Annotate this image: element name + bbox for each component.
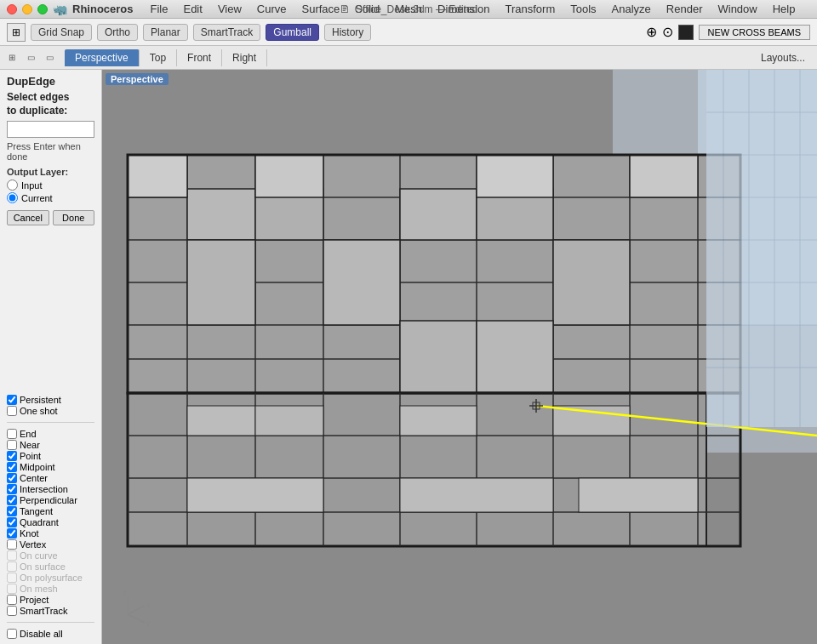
svg-rect-50	[579, 478, 698, 512]
output-layer-radio: Input Current	[7, 180, 94, 203]
svg-rect-28	[255, 155, 323, 197]
toolbar: ⊞ Grid Snap Ortho Planar SmartTrack Gumb…	[0, 19, 817, 46]
panel-subtitle: Select edgesto duplicate:	[7, 91, 94, 117]
viewport[interactable]: Perspective	[102, 70, 817, 644]
svg-rect-24	[553, 240, 630, 325]
snap-end[interactable]: End	[7, 429, 94, 439]
radio-input[interactable]: Input	[7, 180, 94, 191]
command-input[interactable]	[7, 121, 94, 138]
maximize-button[interactable]	[37, 4, 48, 14]
main-layout: DupEdge Select edgesto duplicate: Press …	[0, 70, 817, 644]
view-nav-icon[interactable]: ⊕	[646, 24, 657, 40]
snap-near[interactable]: Near	[7, 440, 94, 450]
app-icon: 🦏	[53, 3, 67, 16]
viewport-label: Perspective	[106, 73, 169, 85]
radio-current[interactable]: Current	[7, 192, 94, 203]
output-layer-label: Output Layer:	[7, 167, 94, 177]
menu-view[interactable]: View	[211, 2, 249, 16]
tab-front[interactable]: Front	[177, 49, 222, 66]
menu-file[interactable]: File	[144, 2, 175, 16]
view-icon-grid[interactable]: ⊞	[3, 49, 20, 66]
snap-perpendicular[interactable]: Perpendicular	[7, 495, 94, 505]
close-button[interactable]	[7, 4, 17, 14]
panel-title: DupEdge	[7, 75, 94, 88]
snap-onmesh[interactable]: On mesh	[7, 584, 94, 594]
svg-rect-26	[477, 321, 553, 393]
done-button[interactable]: Done	[53, 210, 95, 225]
layouts-btn[interactable]: Layouts...	[752, 50, 814, 66]
svg-rect-45	[255, 406, 323, 436]
title-bar: 🦏 Rhinoceros File Edit View Curve Surfac…	[0, 0, 817, 19]
scene-svg: x y z	[102, 70, 817, 644]
view-nav-circle[interactable]: ⊙	[662, 24, 673, 40]
planar-btn[interactable]: Planar	[143, 24, 188, 41]
svg-rect-44	[187, 406, 255, 436]
snap-persistent[interactable]: Persistent	[7, 395, 94, 405]
snap-vertex[interactable]: Vertex	[7, 539, 94, 550]
file-icon: 🖹	[340, 3, 350, 15]
svg-rect-30	[630, 155, 698, 197]
svg-rect-48	[187, 478, 323, 512]
menu-curve[interactable]: Curve	[250, 2, 294, 16]
left-panel: DupEdge Select edgesto duplicate: Press …	[0, 70, 102, 644]
snap-knot[interactable]: Knot	[7, 528, 94, 539]
svg-rect-49	[400, 478, 553, 512]
snap-disableall[interactable]: Disable all	[7, 629, 94, 639]
svg-rect-22	[187, 240, 255, 325]
snap-intersection[interactable]: Intersection	[7, 484, 94, 494]
snap-oncurve[interactable]: On curve	[7, 550, 94, 561]
svg-rect-20	[400, 189, 477, 240]
tab-top[interactable]: Top	[140, 49, 177, 66]
window-title: 🖹 Office_Desk.3dm — Edited	[340, 3, 478, 15]
svg-rect-23	[323, 240, 400, 325]
app-name: Rhinoceros	[72, 3, 134, 15]
snap-quadrant[interactable]: Quadrant	[7, 517, 94, 527]
snap-project[interactable]: Project	[7, 595, 94, 605]
gumball-btn[interactable]: Gumball	[266, 24, 319, 41]
window-controls[interactable]	[7, 4, 48, 14]
svg-text:z: z	[123, 589, 127, 597]
tab-perspective[interactable]: Perspective	[65, 49, 140, 66]
svg-rect-29	[477, 155, 553, 197]
tab-right[interactable]: Right	[222, 49, 267, 66]
snap-point[interactable]: Point	[7, 451, 94, 461]
color-swatch[interactable]	[678, 25, 694, 40]
svg-rect-18	[187, 189, 255, 240]
svg-text:x: x	[146, 601, 151, 609]
snap-options: Persistent One shot End Near Point Midpo…	[7, 395, 94, 639]
snap-smarttrack[interactable]: SmartTrack	[7, 606, 94, 616]
snap-onsurface[interactable]: On surface	[7, 561, 94, 572]
svg-rect-47	[553, 406, 630, 436]
view-icon-single1[interactable]: ▭	[22, 49, 39, 66]
menu-tools[interactable]: Tools	[563, 2, 603, 16]
press-enter-hint: Press Enter when done	[7, 141, 94, 162]
menu-transform[interactable]: Transform	[498, 2, 562, 16]
divider-2	[7, 622, 94, 623]
menu-analyze[interactable]: Analyze	[605, 2, 658, 16]
snap-onpolysurface[interactable]: On polysurface	[7, 573, 94, 583]
view-tabs: Perspective Top Front Right	[65, 49, 752, 66]
svg-rect-55	[706, 70, 817, 427]
new-cross-beams-btn[interactable]: NEW CROSS BEAMS	[699, 25, 810, 40]
cancel-button[interactable]: Cancel	[7, 210, 49, 225]
snap-oneshot[interactable]: One shot	[7, 406, 94, 416]
view-icon-single2[interactable]: ▭	[41, 49, 58, 66]
menu-help[interactable]: Help	[766, 2, 803, 16]
ortho-btn[interactable]: Ortho	[97, 24, 138, 41]
snap-center[interactable]: Center	[7, 473, 94, 483]
minimize-button[interactable]	[22, 4, 32, 14]
smarttrack-btn[interactable]: SmartTrack	[193, 24, 261, 41]
menu-window[interactable]: Window	[711, 2, 763, 16]
menu-render[interactable]: Render	[660, 2, 710, 16]
menu-edit[interactable]: Edit	[176, 2, 209, 16]
svg-rect-46	[400, 406, 477, 436]
action-buttons: Cancel Done	[7, 210, 94, 225]
snap-midpoint[interactable]: Midpoint	[7, 462, 94, 472]
snap-tangent[interactable]: Tangent	[7, 506, 94, 516]
toolbar-icon-1[interactable]: ⊞	[7, 23, 26, 42]
grid-snap-btn[interactable]: Grid Snap	[31, 24, 92, 41]
history-btn[interactable]: History	[324, 24, 371, 41]
svg-text:y: y	[146, 618, 151, 627]
svg-rect-25	[400, 321, 477, 393]
divider-1	[7, 422, 94, 423]
